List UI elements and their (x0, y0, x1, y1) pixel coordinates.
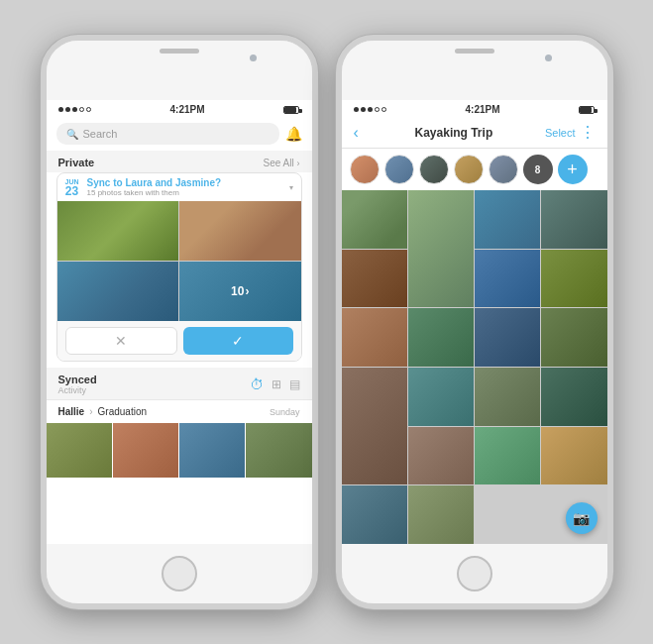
avatar-5[interactable] (489, 155, 518, 184)
add-person-button[interactable]: + (558, 155, 588, 184)
kayak-photo-13[interactable] (408, 368, 474, 426)
album-thumb-1 (47, 423, 112, 478)
kayak-photo-17[interactable] (475, 427, 540, 485)
photo-cell-2 (179, 201, 301, 261)
list-view-icon[interactable]: ▤ (289, 377, 300, 391)
phone-2: 4:21PM ‹ Kayaking Trip Select ⋮ (336, 35, 613, 609)
dropdown-arrow-icon[interactable]: ▾ (289, 183, 293, 192)
suggestion-header: JUN 23 Sync to Laura and Jasmine? 15 pho… (57, 173, 301, 201)
album-info: Hallie › Graduation (58, 406, 148, 417)
kayak-photo-10[interactable] (475, 308, 540, 367)
select-button[interactable]: Select (545, 127, 576, 139)
battery-icon (283, 106, 299, 114)
signal-dots-2 (354, 107, 386, 112)
kayak-photo-2[interactable] (408, 190, 474, 307)
kayak-photo-6[interactable] (475, 250, 540, 308)
dot-3 (72, 107, 77, 112)
dot-4 (79, 107, 84, 112)
album-arrow-icon: › (89, 406, 92, 417)
bell-icon[interactable]: 🔔 (285, 126, 302, 142)
photo-cell-1 (57, 201, 179, 261)
photo-cell-3 (57, 262, 179, 321)
avatar-count-badge[interactable]: 8 (523, 155, 553, 184)
front-camera-2 (545, 54, 552, 61)
album-dest: Graduation (98, 406, 147, 417)
action-buttons: ✕ ✓ (57, 321, 301, 361)
clock-icon[interactable]: ⏱ (250, 376, 264, 392)
more-button[interactable]: ⋮ (576, 121, 599, 144)
kayak-photo-16[interactable] (408, 427, 474, 485)
dot2-1 (354, 107, 359, 112)
back-button[interactable]: ‹ (350, 122, 363, 144)
search-icon: 🔍 (66, 129, 78, 140)
kayak-photo-12[interactable] (342, 368, 407, 484)
front-camera (250, 54, 257, 61)
phone-1: 4:21PM 🔍 Search 🔔 Private Se (41, 35, 318, 609)
search-bar-row: 🔍 Search 🔔 (47, 117, 312, 151)
accept-button[interactable]: ✓ (183, 327, 293, 355)
album-date: Sunday (270, 407, 300, 417)
album-row[interactable]: Hallie › Graduation Sunday (47, 399, 312, 423)
dot-5 (86, 107, 91, 112)
suggestion-title: Sync to Laura and Jasmine? (87, 177, 289, 188)
dot-2 (65, 107, 70, 112)
dot-1 (58, 107, 63, 112)
kayak-photo-18[interactable] (541, 427, 606, 485)
suggestion-text: Sync to Laura and Jasmine? 15 photos tak… (87, 177, 289, 197)
signal-dots (58, 107, 91, 112)
date-day: 23 (65, 185, 78, 197)
kayak-photo-15[interactable] (541, 368, 606, 426)
kayak-photo-11[interactable] (541, 308, 606, 367)
reject-button[interactable]: ✕ (65, 327, 177, 355)
kayak-photo-3[interactable] (475, 190, 540, 249)
kayak-photo-20[interactable] (408, 485, 474, 544)
avatar-4[interactable] (454, 155, 484, 184)
suggestion-card: JUN 23 Sync to Laura and Jasmine? 15 pho… (56, 172, 302, 362)
home-button[interactable] (162, 556, 197, 591)
avatar-3[interactable] (419, 155, 449, 184)
camera-fab-button[interactable]: 📷 (566, 502, 598, 534)
kayak-photo-8[interactable] (342, 308, 407, 367)
nav-bar: ‹ Kayaking Trip Select ⋮ (342, 117, 607, 149)
kayak-photo-7[interactable] (541, 250, 606, 308)
suggestion-sub: 15 photos taken with them (87, 188, 289, 197)
status-bar-2: 4:21PM (342, 100, 607, 117)
more-count-badge: 10 › (231, 284, 249, 298)
album-thumb-3 (179, 423, 245, 478)
status-time: 4:21PM (169, 104, 204, 115)
speaker-2 (455, 49, 494, 54)
suggestion-photo-grid: 10 › (57, 201, 301, 321)
grid-view-icon[interactable]: ⊞ (272, 377, 281, 391)
avatar-2[interactable] (384, 155, 414, 184)
dot2-4 (375, 107, 380, 112)
speaker (160, 49, 199, 54)
avatar-row: 8 + (342, 149, 607, 190)
private-section-header: Private See All › (47, 151, 312, 172)
status-bar: 4:21PM (47, 100, 312, 117)
chevron-right-icon: › (297, 159, 300, 168)
kayak-photo-5[interactable] (342, 250, 407, 308)
album-thumb-4 (246, 423, 311, 478)
kayak-photo-9[interactable] (408, 308, 474, 367)
dot2-5 (381, 107, 386, 112)
photo-cell-more: 10 › (179, 262, 301, 321)
synced-section-header: Synced Activity ⏱ ⊞ ▤ (47, 368, 312, 399)
synced-sub: Activity (58, 385, 97, 395)
avatar-1[interactable] (350, 155, 380, 184)
album-thumb-2 (113, 423, 178, 478)
synced-icons: ⏱ ⊞ ▤ (250, 376, 300, 392)
status-right (283, 106, 299, 114)
kayak-photo-14[interactable] (475, 368, 540, 426)
status-right-2 (579, 106, 595, 114)
home-button-2[interactable] (457, 556, 492, 591)
search-bar[interactable]: 🔍 Search (56, 123, 279, 145)
kayak-photo-19[interactable] (342, 485, 407, 544)
see-all-button[interactable]: See All › (264, 158, 300, 168)
kayaking-photo-grid: 📷 (342, 190, 607, 544)
date-badge: JUN 23 (65, 178, 79, 197)
kayak-photo-4[interactable] (541, 190, 606, 249)
synced-left: Synced Activity (58, 374, 97, 395)
kayak-photo-1[interactable] (342, 190, 407, 249)
album-name: Hallie (58, 406, 85, 417)
private-title: Private (58, 157, 95, 168)
